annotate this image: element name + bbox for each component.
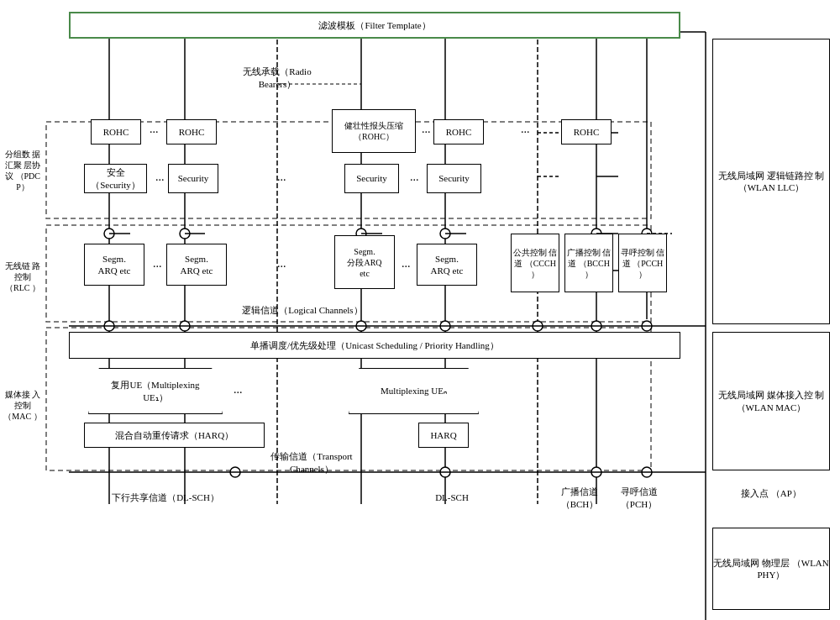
rohc-box-4: ROHC: [561, 119, 612, 144]
rohc-box-2: ROHC: [166, 119, 217, 144]
harq-box-2: HARQ: [418, 423, 469, 448]
segm-arq-box-2: Segm. ARQ etc: [166, 244, 227, 286]
harq-box-1: 混合自动重传请求（HARQ）: [84, 423, 265, 448]
svg-point-25: [440, 321, 450, 331]
ap-label: 接入点 （AP）: [712, 487, 830, 500]
svg-point-32: [642, 467, 652, 477]
multiplexing-ue1-box: 复用UE（Multiplexing UE₁）: [88, 368, 223, 414]
security-box-cn: 安全（Security）: [84, 164, 147, 193]
paging-ch-label: 寻呼信道（PCH）: [612, 486, 666, 512]
filter-template-box: 滤波模板（Filter Template）: [69, 12, 680, 39]
mac-side-label: 媒体接 入控制 （MAC ）: [2, 332, 44, 479]
dots-rlc-center: ···: [277, 259, 286, 276]
dots-mac-1: ···: [234, 385, 243, 402]
dots-2: ···: [422, 124, 431, 141]
svg-point-24: [356, 321, 366, 331]
svg-point-22: [104, 321, 114, 331]
pdcp-side-label: 分组数 据汇聚 层协议 （PDC P）: [2, 124, 44, 217]
security-box-en-2: Security: [344, 164, 399, 193]
svg-point-31: [591, 467, 601, 477]
dots-rlc-1: ···: [153, 259, 162, 276]
wlan-mac-box: 无线局域网 媒体接入控 制 （WLAN MAC）: [712, 332, 830, 470]
segm-arq-box-4: Segm. ARQ etc: [417, 244, 477, 286]
robust-header-box: 健壮性报头压缩（ROHC）: [332, 109, 416, 153]
svg-point-16: [104, 229, 114, 239]
dl-sch-label: DL-SCH: [418, 491, 486, 504]
transport-channels-label: 传输信道（Transport Channels）: [257, 450, 366, 476]
dots-1: ···: [150, 124, 159, 141]
svg-point-26: [533, 321, 543, 331]
dots-rlc-2: ···: [402, 259, 411, 276]
multiplexing-uen-box: Multiplexing UEₙ: [349, 368, 479, 414]
svg-point-23: [180, 321, 190, 331]
dots-pdcp-center: ···: [277, 172, 286, 189]
dots-sec-2: ···: [410, 172, 419, 189]
rlc-side-label: 无线链 路控制 （RLC ）: [2, 229, 44, 325]
rohc-box-1: ROHC: [91, 119, 141, 144]
logical-channels-label: 逻辑信道（Logical Channels）: [227, 304, 378, 317]
svg-point-17: [180, 229, 190, 239]
ccch-box: 公共控制 信道 （CCCH ）: [511, 234, 559, 292]
segm-arq-box-3: Segm. 分段ARQ etc: [334, 235, 395, 289]
dots-3: ···: [521, 124, 530, 141]
dl-sch-full-label: 下行共享信道（DL-SCH）: [69, 491, 262, 504]
filter-template-label: 滤波模板（Filter Template）: [318, 19, 430, 31]
svg-point-28: [642, 321, 652, 331]
wlan-llc-box: 无线局域网 逻辑链路控 制 （WLAN LLC）: [712, 39, 830, 324]
radio-bearers-label: 无线承载（Radio Bearers）: [227, 66, 328, 92]
dots-sec-1: ···: [155, 172, 165, 189]
svg-point-30: [440, 467, 450, 477]
svg-point-19: [440, 229, 450, 239]
architecture-diagram: 滤波模板（Filter Template） 无线承载（Radio Bearers…: [0, 0, 840, 620]
segm-arq-box-1: Segm. ARQ etc: [84, 244, 144, 286]
rohc-box-3: ROHC: [433, 119, 484, 144]
security-box-en-3: Security: [427, 164, 481, 193]
unicast-scheduling-box: 单播调度/优先级处理（Unicast Scheduling / Priority…: [69, 332, 680, 359]
security-box-en-1: Security: [168, 164, 218, 193]
broadcast-ch-label: 广播信道（BCH）: [550, 486, 609, 512]
pcch-box: 寻呼控制 信道 （PCCH ）: [618, 234, 667, 292]
wlan-phy-box: 无线局域网 物理层 （WLAN PHY）: [712, 528, 830, 610]
svg-point-29: [230, 467, 240, 477]
svg-point-27: [591, 321, 601, 331]
bcch-box: 广播控制 信道 （BCCH ）: [564, 234, 613, 292]
